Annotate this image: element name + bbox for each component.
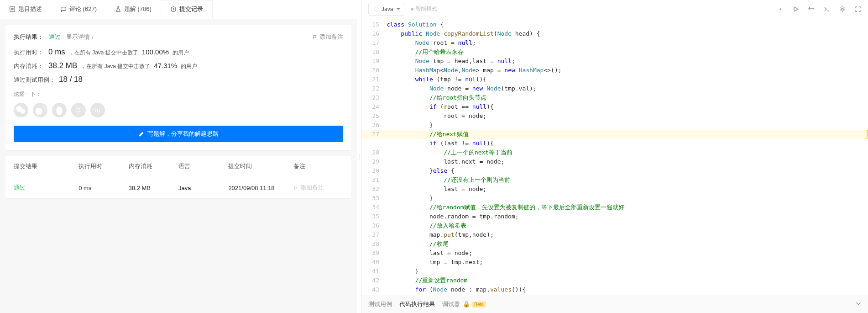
share-wechat-icon[interactable]	[14, 103, 28, 117]
row-time: 2021/09/08 11:18	[228, 185, 293, 191]
language-label: Java	[382, 6, 393, 12]
memory-percent: 47.31%	[154, 62, 177, 69]
svg-point-5	[56, 106, 62, 115]
result-card: 执行结果： 通过 显示详情 › 添加备注 执行用时： 0 ms ，在所有 Jav…	[5, 25, 351, 150]
collapse-icon[interactable]	[855, 300, 862, 308]
tab-solutions-label: 题解 (786)	[124, 5, 152, 13]
share-linkedin-icon[interactable]: in	[90, 103, 105, 117]
flag-icon	[312, 34, 318, 40]
tab-submissions[interactable]: 提交记录	[161, 0, 213, 19]
code-editor[interactable]: 1516171819202122232425262728293031323334…	[362, 18, 868, 295]
tab-submissions-label: 提交记录	[179, 5, 203, 13]
memory-value: 38.2 MB	[48, 61, 77, 70]
tab-comments[interactable]: 评论 (627)	[51, 0, 106, 19]
panel-resize-handle[interactable]: ⋮	[357, 0, 361, 313]
add-note-button[interactable]: 添加备注	[312, 33, 343, 41]
btab-testcase[interactable]: 测试用例	[368, 300, 392, 308]
play-icon[interactable]	[792, 5, 800, 13]
terminal-icon[interactable]	[823, 5, 831, 13]
share-icons: 豆 in	[14, 103, 343, 117]
tab-description-label: 题目描述	[18, 5, 42, 13]
share-weibo-icon[interactable]	[33, 103, 47, 117]
lock-icon: 🔒	[463, 301, 470, 308]
history-header: 提交结果 执行用时 内存消耗 语言 提交时间 备注	[5, 156, 351, 177]
svg-point-8	[842, 8, 843, 10]
flag-icon	[293, 186, 298, 191]
runtime-percent: 100.00%	[142, 48, 169, 56]
share-douban-icon[interactable]: 豆	[71, 103, 86, 117]
show-detail-link[interactable]: 显示详情 ›	[66, 33, 94, 41]
fullscreen-icon[interactable]	[854, 5, 862, 13]
row-memory: 38.2 MB	[129, 185, 178, 191]
svg-point-4	[35, 108, 42, 115]
share-qq-icon[interactable]	[52, 103, 67, 117]
undo-icon[interactable]	[808, 5, 815, 13]
testcase-value: 18 / 18	[59, 75, 83, 84]
language-select[interactable]: Java	[368, 3, 404, 16]
svg-point-3	[21, 109, 26, 114]
description-icon	[9, 6, 16, 12]
tab-solutions[interactable]: 题解 (786)	[106, 0, 161, 19]
write-solution-button[interactable]: 写题解，分享我的解题思路	[14, 126, 343, 142]
submission-history: 提交结果 执行用时 内存消耗 语言 提交时间 备注 通过 0 ms 38.2 M…	[5, 156, 351, 198]
row-status: 通过	[14, 184, 78, 192]
btab-result[interactable]: 代码执行结果	[399, 300, 435, 308]
settings-icon[interactable]	[839, 5, 846, 13]
tab-description[interactable]: 题目描述	[0, 0, 51, 19]
info-icon[interactable]	[777, 5, 784, 13]
bottom-tabs: 测试用例 代码执行结果 调试器 🔒 Beta	[362, 295, 868, 313]
memory-label: 内存消耗：	[14, 62, 45, 70]
btab-debugger[interactable]: 调试器 🔒 Beta	[442, 300, 486, 308]
history-row[interactable]: 通过 0 ms 38.2 MB Java 2021/09/08 11:18 添加…	[5, 177, 351, 198]
result-label: 执行结果：	[14, 33, 43, 41]
runtime-value: 0 ms	[48, 48, 65, 57]
info-icon	[373, 6, 379, 12]
row-add-note[interactable]: 添加备注	[293, 184, 343, 192]
share-label: 炫耀一下：	[14, 90, 343, 98]
testcase-label: 通过测试用例：	[14, 76, 55, 84]
runtime-label: 执行用时：	[14, 48, 45, 57]
svg-rect-0	[10, 6, 15, 11]
dot-icon	[411, 8, 413, 11]
history-icon	[170, 6, 177, 12]
svg-point-7	[780, 9, 781, 10]
code-lines[interactable]: class Solution { public Node copyRandomL…	[385, 18, 868, 295]
smart-mode[interactable]: 智能模式	[411, 5, 437, 13]
line-gutter: 1516171819202122232425262728293031323334…	[362, 18, 385, 295]
beta-badge: Beta	[472, 302, 486, 308]
row-lang: Java	[178, 185, 228, 191]
pencil-icon	[138, 131, 145, 137]
left-tabs: 题目描述 评论 (627) 题解 (786) 提交记录	[0, 0, 357, 19]
comment-icon	[60, 6, 67, 12]
result-status: 通过	[49, 33, 61, 41]
editor-header: Java 智能模式	[362, 0, 868, 18]
flask-icon	[115, 6, 121, 12]
row-runtime: 0 ms	[78, 185, 128, 191]
tab-comments-label: 评论 (627)	[69, 5, 97, 13]
